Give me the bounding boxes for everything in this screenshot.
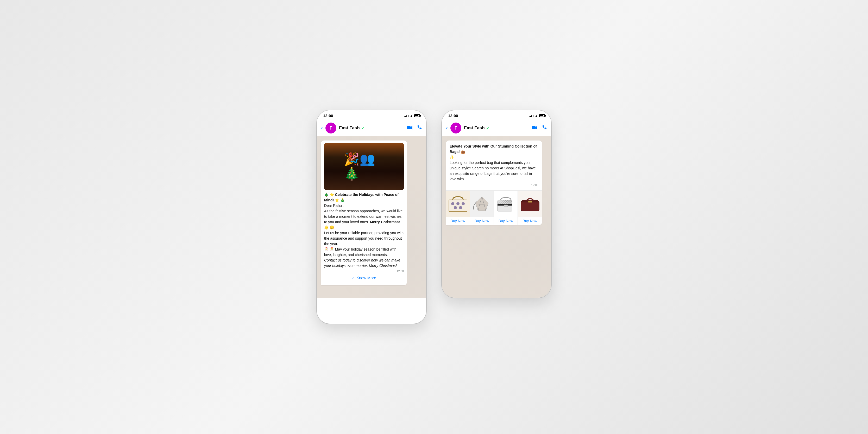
know-more-button[interactable]: ↗ Know More — [324, 273, 404, 282]
svg-point-9 — [454, 206, 457, 209]
product-title: Elevate Your Style with Our Stunning Col… — [450, 144, 537, 154]
svg-point-10 — [459, 206, 462, 209]
product-timestamp: 12:00 — [450, 183, 538, 187]
buy-button-3[interactable]: Buy Now — [494, 217, 518, 225]
phone-2: 12:00 ▲ ‹ F Fast Fash ✓ — [442, 110, 551, 298]
wifi-icon-1: ▲ — [410, 114, 413, 118]
video-call-icon-2[interactable] — [532, 125, 538, 131]
chat-message-1: 🎄 ⭐ Celebrate the Holidays with Peace of… — [321, 140, 407, 285]
buy-button-1[interactable]: Buy Now — [446, 217, 470, 225]
chat-body-2: Elevate Your Style with Our Stunning Col… — [442, 136, 551, 298]
svg-rect-21 — [521, 201, 539, 211]
svg-rect-20 — [504, 205, 508, 207]
back-button-1[interactable]: ‹ — [321, 125, 323, 131]
know-more-icon: ↗ — [352, 276, 355, 280]
status-bar-2: 12:00 ▲ — [442, 110, 551, 120]
party-image — [324, 143, 404, 190]
product-grid: Buy Now — [446, 191, 542, 225]
battery-icon-1 — [414, 114, 420, 117]
product-image-3 — [494, 191, 518, 217]
svg-rect-23 — [528, 201, 532, 202]
verified-icon-1: ✓ — [361, 126, 365, 131]
wifi-icon-2: ▲ — [535, 114, 538, 118]
status-icons-1: ▲ — [404, 114, 420, 118]
main-scene: 12:00 ▲ ‹ F Fast Fash ✓ — [252, 110, 616, 324]
avatar-2: F — [451, 123, 461, 133]
battery-icon-2 — [539, 114, 545, 117]
buy-button-4[interactable]: Buy Now — [518, 217, 542, 225]
svg-point-6 — [451, 202, 454, 205]
message-text-1: 🎄 ⭐ Celebrate the Holidays with Peace of… — [324, 192, 404, 269]
product-message: Elevate Your Style with Our Stunning Col… — [446, 140, 542, 225]
contact-info-2: Fast Fash ✓ — [464, 125, 529, 131]
contact-name-1: Fast Fash ✓ — [339, 125, 404, 131]
product-item-4: Buy Now — [518, 191, 542, 225]
contact-info-1: Fast Fash ✓ — [339, 125, 404, 131]
video-call-icon-1[interactable] — [407, 125, 413, 131]
chat-body-1: 🎄 ⭐ Celebrate the Holidays with Peace of… — [317, 136, 426, 298]
svg-marker-1 — [410, 126, 412, 130]
header-actions-2 — [532, 125, 547, 131]
product-image-4 — [518, 191, 542, 217]
avatar-1: F — [326, 123, 336, 133]
product-image-1 — [446, 191, 470, 217]
message-body-1: Dear Rahul,As the festive season approac… — [324, 203, 404, 268]
phone-call-icon-2[interactable] — [542, 125, 547, 131]
buy-button-2[interactable]: Buy Now — [470, 217, 494, 225]
product-item-2: Buy Now — [470, 191, 494, 225]
status-bar-1: 12:00 ▲ — [317, 110, 426, 120]
product-image-2 — [470, 191, 494, 217]
product-item-3: Buy Now — [494, 191, 518, 225]
product-sparkle: ✨ — [450, 155, 454, 159]
phone-1: 12:00 ▲ ‹ F Fast Fash ✓ — [317, 110, 426, 324]
product-message-text: Elevate Your Style with Our Stunning Col… — [446, 140, 542, 191]
svg-rect-0 — [407, 126, 410, 129]
svg-rect-4 — [449, 200, 467, 211]
svg-point-8 — [462, 202, 465, 205]
contact-name-2: Fast Fash ✓ — [464, 125, 529, 131]
header-actions-1 — [407, 125, 422, 131]
chat-header-1: ‹ F Fast Fash ✓ — [317, 120, 426, 136]
back-button-2[interactable]: ‹ — [446, 125, 448, 131]
status-icons-2: ▲ — [529, 114, 545, 118]
status-time-1: 12:00 — [323, 113, 333, 118]
svg-marker-3 — [535, 126, 537, 130]
svg-rect-2 — [532, 126, 535, 129]
signal-icon-2 — [529, 114, 533, 118]
status-time-2: 12:00 — [448, 113, 458, 118]
chat-header-2: ‹ F Fast Fash ✓ — [442, 120, 551, 136]
product-item-1: Buy Now — [446, 191, 470, 225]
product-body: Looking for the perfect bag that complem… — [450, 161, 536, 181]
message-timestamp-1: 12:00 — [324, 270, 404, 273]
phone-call-icon-1[interactable] — [417, 125, 422, 131]
verified-icon-2: ✓ — [486, 126, 490, 131]
svg-point-7 — [456, 202, 460, 205]
signal-icon-1 — [404, 114, 408, 118]
